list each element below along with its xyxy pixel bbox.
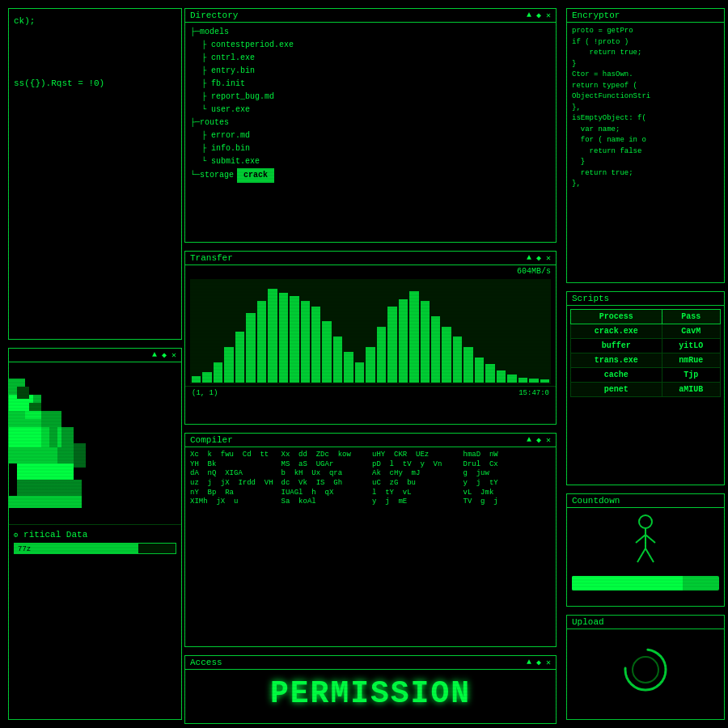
script-process-3: trans.exe (571, 353, 662, 368)
transfer-ctrl-close[interactable]: ✕ (546, 253, 551, 263)
script-process-4: cache (571, 368, 662, 383)
scripts-title: Scripts (567, 292, 724, 306)
dir-ctrl-up[interactable]: ▲ (527, 11, 531, 20)
scripts-label: Scripts (572, 294, 609, 303)
transfer-chart (190, 279, 551, 384)
access-ctrl-diamond[interactable]: ◆ (536, 658, 541, 667)
access-controls[interactable]: ▲ ◆ ✕ (527, 658, 551, 667)
bottom-left-title: ▲ ◆ ✕ (9, 349, 181, 362)
critical-data-section: ⚙ ritical Data 77z (9, 524, 181, 559)
script-row-2: buffer yitLO (571, 339, 721, 353)
dir-file-user: └ user.exe (201, 104, 551, 116)
dir-ctrl-close[interactable]: ✕ (546, 11, 551, 20)
bottom-left-controls[interactable]: ▲ ◆ ✕ (152, 350, 176, 360)
directory-panel: Directory ▲ ◆ ✕ ├─models ├ contestperiod… (184, 8, 557, 243)
access-title: Access ▲ ◆ ✕ (185, 656, 556, 670)
upload-content (567, 629, 724, 710)
bar-13 (333, 336, 342, 383)
dir-ctrl-diamond[interactable]: ◆ (536, 11, 541, 20)
bar-17 (377, 327, 386, 383)
transfer-title: Transfer ▲ ◆ ✕ (185, 252, 556, 265)
dir-file-info: ├ info.bin (201, 142, 551, 155)
script-process-5: penet (571, 383, 662, 397)
directory-tree: ├─models ├ contestperiod.exe ├ cntrl.exe… (185, 23, 556, 186)
svg-point-22 (633, 657, 658, 683)
countdown-label: Countdown (572, 496, 620, 506)
bar-2 (214, 362, 222, 383)
bar-7 (268, 289, 277, 383)
countdown-progress-bar (572, 576, 719, 590)
svg-line-19 (637, 548, 645, 562)
code-line-2: ss({}).Rqst = !0) (14, 78, 176, 90)
pixel-art-display (9, 362, 181, 524)
compiler-output: Xc k fwu Cd tt YH Bk dA nQ XIGA uz j jX … (185, 447, 556, 642)
critical-data-label: ritical Data (23, 530, 87, 540)
bar-22 (431, 316, 440, 383)
compiler-ctrl-up[interactable]: ▲ (527, 435, 531, 445)
directory-controls[interactable]: ▲ ◆ ✕ (527, 11, 551, 20)
encryptor-panel: Encryptor proto = getPro if ( !proto ) r… (566, 8, 725, 283)
compiler-ctrl-diamond[interactable]: ◆ (536, 435, 541, 445)
bar-1 (202, 372, 211, 383)
access-ctrl-close[interactable]: ✕ (546, 658, 551, 667)
crack-badge: crack (237, 168, 274, 183)
svg-rect-7 (17, 480, 82, 496)
svg-line-18 (645, 535, 655, 543)
encryptor-code: proto = getPro if ( !proto ) return true… (567, 23, 724, 193)
chart-bars-container (190, 279, 551, 384)
transfer-footer: (1, 1) 15:47:0 (185, 386, 556, 400)
code-line-1: ck); (14, 15, 176, 28)
transfer-footer-right: 15:47:0 (518, 389, 549, 397)
svg-point-21 (625, 650, 666, 690)
col-pass: Pass (662, 310, 720, 324)
bar-6 (257, 301, 266, 383)
bar-24 (453, 336, 462, 383)
script-pass-4: Tjp (662, 368, 720, 383)
svg-rect-11 (57, 427, 74, 480)
bar-8 (279, 293, 288, 383)
script-pass-2: yitLO (662, 339, 720, 353)
transfer-ctrl-diamond[interactable]: ◆ (536, 253, 541, 263)
progress-text: 77z (18, 544, 31, 555)
bar-19 (399, 299, 408, 383)
dir-folder-models: ├─models (190, 26, 551, 39)
transfer-panel: Transfer ▲ ◆ ✕ 604MB/s (184, 251, 557, 425)
compiler-title: Compiler ▲ ◆ ✕ (185, 434, 556, 447)
svg-rect-5 (9, 447, 57, 463)
countdown-figure-svg (621, 512, 670, 569)
bl-ctrl-up[interactable]: ▲ (152, 350, 157, 360)
script-row-5: penet aMIUB (571, 383, 721, 397)
bar-26 (475, 358, 484, 383)
dir-folder-routes: ├─routes (190, 116, 551, 129)
bar-23 (442, 327, 451, 383)
bar-3 (224, 347, 233, 383)
access-panel: Access ▲ ◆ ✕ PERMISSION (184, 655, 557, 724)
dir-file-entry: ├ entry.bin (201, 65, 551, 78)
transfer-controls[interactable]: ▲ ◆ ✕ (527, 253, 551, 263)
dir-file-submit: └ submit.exe (201, 155, 551, 168)
bl-ctrl-close[interactable]: ✕ (171, 350, 176, 360)
svg-rect-12 (17, 387, 29, 399)
dir-file-contestperiod: ├ contestperiod.exe (201, 39, 551, 52)
scripts-table-container: Process Pass crack.exe CavM buffer yitLO… (567, 306, 724, 400)
transfer-ctrl-up[interactable]: ▲ (527, 253, 531, 263)
upload-spinner-svg (621, 645, 670, 694)
bar-9 (290, 296, 298, 383)
svg-line-20 (645, 548, 654, 562)
directory-title: Directory ▲ ◆ ✕ (185, 9, 556, 23)
encryptor-title: Encryptor (567, 9, 724, 23)
bar-5 (246, 313, 255, 383)
countdown-panel: Countdown (566, 493, 725, 607)
bar-16 (366, 347, 375, 383)
bar-31 (529, 379, 538, 383)
compiler-controls[interactable]: ▲ ◆ ✕ (527, 435, 551, 445)
bl-ctrl-diamond[interactable]: ◆ (162, 350, 167, 360)
left-code-content: ck); ss({}).Rqst = !0) (9, 9, 181, 93)
script-row-1: crack.exe CavM (571, 324, 721, 339)
compiler-ctrl-close[interactable]: ✕ (546, 435, 551, 445)
bottom-left-panel: ▲ ◆ ✕ ⚙ ritical Data (8, 348, 182, 720)
access-ctrl-up[interactable]: ▲ (527, 658, 531, 667)
bar-0 (192, 376, 201, 383)
scripts-table: Process Pass crack.exe CavM buffer yitLO… (570, 309, 721, 397)
transfer-speed: 604MB/s (185, 265, 556, 277)
